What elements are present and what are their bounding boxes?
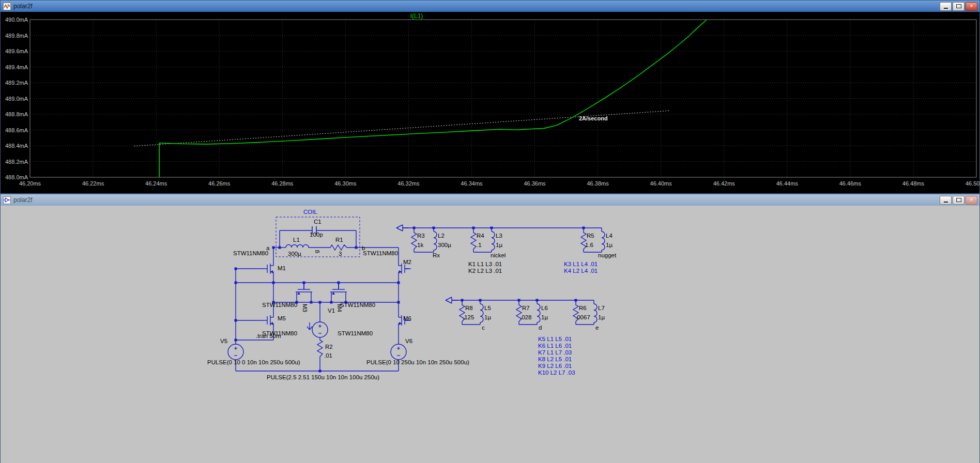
inductor-L6[interactable] <box>537 304 540 322</box>
mosfet-M1-arrow <box>270 270 273 273</box>
close-button[interactable]: × <box>966 196 977 205</box>
maximize-button[interactable] <box>953 2 964 11</box>
vsource-V6-body <box>391 344 406 360</box>
junction-dot <box>338 282 340 284</box>
inductor-L4[interactable] <box>602 232 605 250</box>
schematic-label: R7 <box>522 305 530 311</box>
schematic-label: 1µ <box>541 314 548 320</box>
trace-iL1 <box>159 20 707 177</box>
mosfet-M3-arrow <box>297 292 300 295</box>
ground-flag-part <box>310 327 312 330</box>
schematic-label: 1.6 <box>585 242 593 248</box>
schematic-label: R2 <box>325 344 333 350</box>
y-axis-label: 488.2mA <box>5 159 28 165</box>
junction-dot <box>491 227 493 229</box>
x-axis-label: 46.22ms <box>82 180 104 187</box>
junction-dot <box>279 246 281 249</box>
inductor-L7[interactable] <box>594 304 597 322</box>
resistor-R4[interactable] <box>471 232 476 250</box>
minimize-button[interactable] <box>940 2 952 11</box>
schematic-label: L4 <box>606 233 612 239</box>
schematic-label: .0067 <box>575 314 590 320</box>
schematic-label: PULSE(2.5 2.51 150u 10n 10n 100u 250u) <box>267 374 379 380</box>
inductor-L2[interactable] <box>434 232 437 250</box>
mosfet-M5[interactable] <box>263 310 273 331</box>
schematic-titlebar[interactable]: polar2f × <box>1 194 979 206</box>
ground-flag[interactable] <box>307 322 312 330</box>
schematic-label: K10 L2 L7 .03 <box>538 369 575 376</box>
x-axis-label: 46.38ms <box>587 180 609 187</box>
y-axis-label: 489.8mA <box>5 33 28 39</box>
waveform-plot-pane[interactable]: 490.0mA489.8mA489.6mA489.4mA489.2mA489.0… <box>1 12 979 194</box>
junction-dot <box>518 299 520 302</box>
schematic-label: PULSE(0 10 250u 10n 10n 250u 500u) <box>366 359 469 365</box>
x-axis-label: 46.46ms <box>839 180 862 187</box>
vsource-V1[interactable] <box>312 322 328 337</box>
junction-dot <box>235 339 237 342</box>
x-axis-label: 46.32ms <box>397 180 420 187</box>
minimize-icon <box>944 202 948 203</box>
schematic-label: K3 L1 L4 .01 <box>564 261 598 267</box>
mosfet-M1[interactable] <box>263 258 273 279</box>
mosfet-M6-arrow <box>399 322 402 325</box>
junction-dot <box>536 299 539 302</box>
slope-annotation-label: 2A/second <box>579 115 608 121</box>
schematic-label: 1µ <box>496 242 502 248</box>
schematic-label: d <box>539 325 542 331</box>
schematic-label: R6 <box>579 305 587 311</box>
net-flag-arrow-part <box>446 297 452 300</box>
waveform-app-icon <box>3 3 11 10</box>
junction-dot <box>472 227 475 229</box>
minimize-button[interactable] <box>940 196 952 205</box>
net-flag-arrow[interactable] <box>446 297 458 303</box>
schematic-label: STW11NM80 <box>262 302 297 308</box>
vsource-V6[interactable] <box>391 344 406 360</box>
window-title: polar2f <box>13 196 33 204</box>
inductor-L1[interactable] <box>286 245 309 248</box>
schematic-label: M3 <box>302 304 308 312</box>
trace-legend-label[interactable]: I(L1) <box>410 12 423 20</box>
window-title: polar2f <box>13 3 33 10</box>
mosfet-M4[interactable] <box>330 283 347 295</box>
schematic-label: R1 <box>335 237 343 243</box>
inductor-L3[interactable] <box>492 232 495 250</box>
schematic-app-icon <box>3 196 11 204</box>
junction-dot <box>235 282 237 284</box>
schematic-label: M1 <box>278 265 286 271</box>
schematic-label: C1 <box>314 219 321 225</box>
vsource-V5-body <box>228 344 243 360</box>
schematic-label: L5 <box>484 305 491 311</box>
close-button[interactable]: × <box>966 2 977 11</box>
schematic-label: nugget <box>598 252 617 258</box>
schematic-label: V6 <box>405 338 412 344</box>
x-axis-label: 46.44ms <box>776 180 799 187</box>
junction-dot <box>397 301 400 304</box>
x-axis-label: 46.28ms <box>271 180 294 187</box>
x-axis-label: 46.40ms <box>650 180 672 187</box>
plot-titlebar[interactable]: polar2f × <box>1 1 979 12</box>
schematic-content: COILC1100pL1300µR13abgSTW11NM80STW11NM80… <box>207 209 617 380</box>
x-axis-label: 46.26ms <box>208 180 231 187</box>
resistor-R2[interactable] <box>317 339 323 358</box>
junction-dot <box>397 282 400 284</box>
mosfet-M3[interactable] <box>296 283 312 295</box>
vsource-V5[interactable] <box>228 344 243 360</box>
net-flag-arrow[interactable] <box>396 225 409 231</box>
maximize-button[interactable] <box>953 196 964 205</box>
schematic-label: K2 L2 L3 .01 <box>468 268 502 274</box>
schematic-label: 3 <box>339 251 342 257</box>
mosfet-M5-arrow <box>270 322 273 325</box>
inductor-L5[interactable] <box>480 304 483 322</box>
net-flag-arrow-part <box>446 300 452 303</box>
junction-dot <box>433 227 435 229</box>
schematic-canvas[interactable]: COILC1100pL1300µR13abgSTW11NM80STW11NM80… <box>1 206 979 463</box>
resistor-R1[interactable] <box>329 245 350 250</box>
x-axis-label: 46.48ms <box>902 180 925 187</box>
schematic-label: K8 L2 L5 .01 <box>538 356 572 362</box>
y-axis-label: 488.4mA <box>5 143 28 149</box>
schematic-label: M5 <box>278 315 286 321</box>
x-axis-label: 46.42ms <box>713 180 736 187</box>
resistor-R3[interactable] <box>411 232 417 250</box>
schematic-label: V1 <box>328 307 335 314</box>
schematic-label: L7 <box>598 305 605 311</box>
